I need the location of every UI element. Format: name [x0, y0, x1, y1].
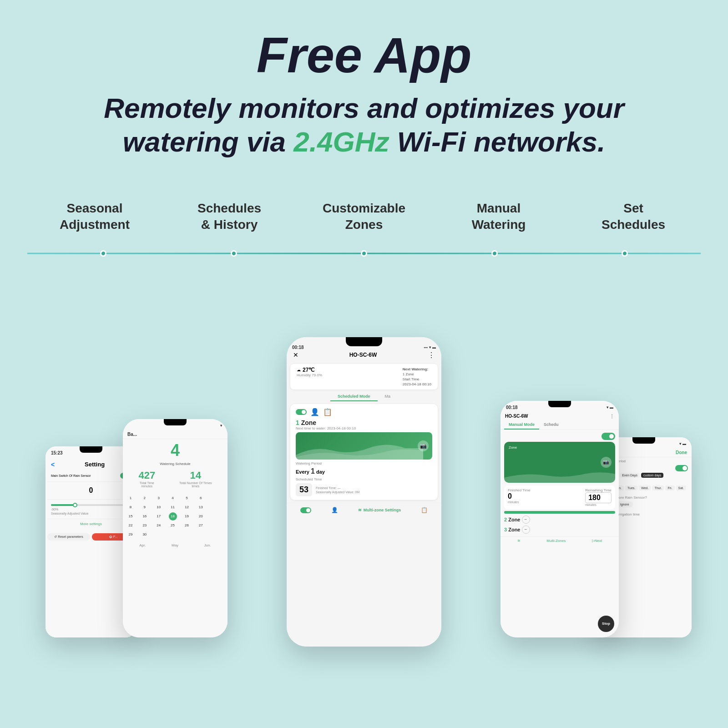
- next-time: 2023-04-18 00:10: [403, 382, 431, 387]
- phone1-back[interactable]: <: [51, 461, 55, 468]
- note-icon: 📋: [323, 408, 332, 416]
- phone5-icons: ▾ ▬: [679, 442, 686, 446]
- wifi-icon-4: ▾: [607, 405, 608, 410]
- phone2-time-unit: minutes: [138, 485, 155, 488]
- phone2-total-time: 427 Total Time minutes: [138, 470, 155, 488]
- phone4-stop-btn[interactable]: Stop: [598, 616, 614, 632]
- phone3-zone-title: 1 Zone: [296, 419, 432, 426]
- bottom-toggle[interactable]: [300, 507, 311, 513]
- menu-icon-p4[interactable]: ⋮: [610, 414, 614, 419]
- phone4-zone-card: Zone 📷: [504, 442, 615, 483]
- phone1-adj-label: Seasonally Adjusted Value: [51, 512, 131, 515]
- phone4-minus-btn-2[interactable]: −: [522, 526, 530, 534]
- phone4-multizone-label[interactable]: Multi-Zones: [546, 539, 566, 543]
- phone3-time-pill: 53: [296, 483, 312, 496]
- phone4-next-label[interactable]: ▷Next: [592, 539, 602, 543]
- phone1-value-row: 0: [47, 482, 135, 500]
- day-wed[interactable]: Wed.: [639, 485, 651, 490]
- phone3-screen: 00:18 ••• ▾ ▬ ✕ HO-SC-6W ⋮ ☁ 27℃ Hu: [287, 337, 441, 647]
- day-fri[interactable]: Fri.: [665, 485, 674, 490]
- next-start: Start Time: [403, 377, 431, 382]
- day-tues[interactable]: Tues.: [625, 485, 637, 490]
- phone4-minus-btn[interactable]: −: [522, 516, 530, 524]
- day-thur[interactable]: Thur.: [652, 485, 664, 490]
- cal-1: 1: [126, 494, 135, 502]
- phone4-finished-val: 0: [508, 492, 531, 500]
- phone1-rain-label: Main Switch Of Rain Sensor: [51, 474, 120, 477]
- cal-27: 27: [197, 521, 205, 530]
- phone5-ignore-btn[interactable]: Ignore: [617, 501, 633, 507]
- phone1-value: 0: [89, 486, 93, 495]
- cal-13: 13: [197, 503, 205, 511]
- feature-schedules: Schedules& History: [162, 200, 297, 233]
- phones-section: 15:23 ▾ < Setting Main Switch Of Rain Se…: [0, 264, 728, 674]
- features-row: SeasonalAdjustment Schedules& History Cu…: [0, 191, 728, 243]
- phone1-more[interactable]: More settings: [47, 519, 135, 529]
- chart-svg: [296, 441, 423, 460]
- next-zone: 1 Zone: [403, 372, 431, 377]
- phone1-time: 15:23: [51, 450, 63, 455]
- power-icon: ⏻: [109, 535, 112, 538]
- weather-left: ☁ 27℃ Humidity 79.0%: [297, 367, 322, 387]
- phone3-time-details: Finished Time: — Seasonally Adjusted Val…: [316, 485, 359, 495]
- hero-title: Free App: [36, 27, 692, 82]
- btn-even-days[interactable]: Even Days: [620, 473, 640, 478]
- phone3-temp: 27℃: [303, 367, 314, 373]
- phone2-times-num: 14: [179, 470, 212, 481]
- phone1-slider-fill: [51, 504, 75, 506]
- divider-dot-5: [622, 250, 628, 257]
- phone2-stats: 427 Total Time minutes 14 Total Number O…: [123, 466, 228, 491]
- next-time-label: Next time to water:: [296, 426, 326, 430]
- close-icon-p3[interactable]: ✕: [293, 351, 298, 359]
- tab-schedule-p4[interactable]: Schedu: [539, 420, 563, 430]
- tab-manual[interactable]: Ma: [378, 392, 398, 401]
- phone5-notch: [632, 437, 655, 444]
- tab-manual-p4[interactable]: Manual Mode: [504, 420, 539, 430]
- divider-dot-3: [361, 250, 367, 257]
- btn-custom-days[interactable]: custom days: [641, 473, 663, 478]
- phone4-remaining: Remaining Time 180 minutes: [585, 488, 612, 506]
- every-num: 1: [311, 467, 315, 475]
- phone2-screen: ▾ Ba... 4 Watering Schedule 427 Total Ti…: [123, 419, 228, 637]
- finished-label: Finished Time: —: [316, 486, 359, 490]
- phone4-progress: [504, 511, 615, 514]
- phone3-multizone[interactable]: ≋ Multi-zone Settings: [358, 508, 401, 512]
- phone-center: 00:18 ••• ▾ ▬ ✕ HO-SC-6W ⋮ ☁ 27℃ Hu: [287, 337, 441, 647]
- phone3-zone-toggle[interactable]: [296, 409, 307, 415]
- hero-subtitle: Remotely monitors and optimizes your wat…: [46, 91, 682, 159]
- phone4-zone3: Zone: [508, 526, 520, 532]
- phone1-reset-btn[interactable]: ↺ Reset parameters: [47, 533, 90, 541]
- signal-icon: •••: [424, 345, 428, 349]
- phone3-zone-label: Zone: [301, 419, 316, 426]
- cal-5: 5: [182, 494, 191, 502]
- phone3-notch: [346, 337, 382, 346]
- day-sat[interactable]: Sat.: [676, 485, 686, 490]
- battery-icon-5: ▬: [682, 442, 686, 446]
- menu-icon-p3[interactable]: ⋮: [428, 351, 435, 359]
- phone2-big-num: 4: [123, 439, 228, 462]
- cal-15: 15: [126, 512, 135, 521]
- cal-10: 10: [155, 503, 163, 511]
- phone2-schedule-label: Watering Schedule: [123, 462, 228, 466]
- every-unit: day: [316, 469, 325, 475]
- cal-23: 23: [141, 521, 149, 530]
- feature-manual: ManualWatering: [431, 200, 566, 233]
- hero-section: Free App Remotely monitors and optimizes…: [0, 0, 728, 191]
- feature-zones: CustomizableZones: [297, 200, 431, 233]
- phone4-zone2-label: 2 Zone −: [504, 516, 615, 524]
- wifi-icon-3: ▾: [429, 345, 431, 349]
- phone1-adj-value: -90%: [51, 508, 131, 511]
- phone3-zone-card: 👤 📋 1 Zone Next time to water: 2023-04-1…: [290, 404, 438, 500]
- phone4-topbar: HO-SC-6W ⋮: [500, 412, 619, 420]
- cal-19: 19: [182, 512, 191, 521]
- phone3-sched-label: Scheduled Time: [296, 477, 432, 481]
- tab-scheduled[interactable]: Scheduled Mode: [330, 392, 378, 401]
- phone3-chart: 📷: [296, 432, 432, 460]
- phone5-done-btn[interactable]: Done: [676, 450, 687, 455]
- phone4-notch: [548, 401, 571, 407]
- phone3-period-label: Watering Period: [296, 461, 432, 465]
- feature-seasonal: SeasonalAdjustment: [27, 200, 162, 233]
- phone1-slider-track[interactable]: [51, 504, 131, 506]
- phone3-next-time: Next time to water: 2023-04-18 00:10: [296, 426, 432, 430]
- phone2-time-num: 427: [138, 470, 155, 481]
